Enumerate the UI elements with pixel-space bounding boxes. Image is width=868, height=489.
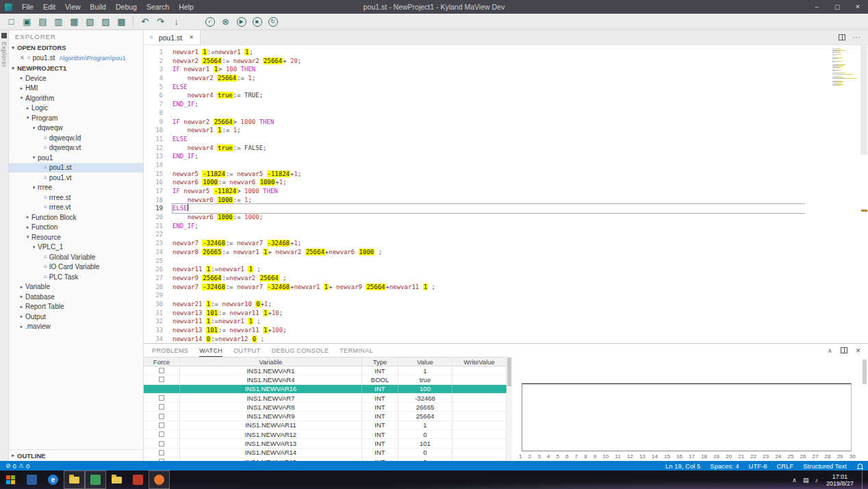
tree-item-output[interactable]: ▸Output xyxy=(9,312,143,322)
code-line-8[interactable]: 8 xyxy=(144,109,805,118)
chart-scrollbar-thumb[interactable] xyxy=(863,360,867,384)
status-ln-19-col-5[interactable]: Ln 19, Col 5 xyxy=(665,462,700,470)
tree-item-dqweqw-vt[interactable]: ≡dqweqw.vt xyxy=(9,143,143,153)
code-line-33[interactable]: 33newvar13 101:= newvar11 1+100; xyxy=(144,326,805,335)
force-checkbox[interactable] xyxy=(159,377,164,382)
show-desktop-button[interactable] xyxy=(862,471,865,489)
watch-row-ins1-newvar16[interactable]: INS1.NEWVAR16INT100 xyxy=(144,385,507,394)
code-line-20[interactable]: 20 newvar6 1000:= 1000; xyxy=(144,213,805,222)
writevalue-cell[interactable] xyxy=(452,366,507,375)
code-line-12[interactable]: 12 newvar4 true:= FALSE; xyxy=(144,144,805,153)
save-all-icon[interactable]: ▥ xyxy=(51,15,66,29)
tree-item-function-block[interactable]: ▸Function Block xyxy=(9,212,143,223)
tray-expand-icon[interactable]: ∧ xyxy=(792,477,797,484)
new-file-icon[interactable]: □ xyxy=(3,15,19,29)
code-line-25[interactable]: 25 xyxy=(144,257,805,266)
code-line-28[interactable]: 28newvar7 -32468:= newvar7 -32468+newvar… xyxy=(144,283,805,292)
tree-item-algorithm[interactable]: ▾Algorithm xyxy=(9,93,143,103)
tree-item-pou1-st[interactable]: ≡pou1.st xyxy=(9,163,143,173)
force-checkbox[interactable] xyxy=(159,441,164,447)
scrollbar-thumb[interactable] xyxy=(860,45,867,155)
column-header-variable[interactable]: Variable xyxy=(180,358,362,366)
code-line-17[interactable]: 17IF newvar5 -11824> 1000 THEN xyxy=(144,187,805,196)
code-line-10[interactable]: 10 newvar1 1:= 1; xyxy=(144,126,805,135)
code-line-22[interactable]: 22 xyxy=(144,230,805,239)
tree-item-rrree-vt[interactable]: ≡rrree.vt xyxy=(9,203,143,213)
close-tab-icon[interactable]: ✕ xyxy=(189,34,194,40)
tree-item-logic[interactable]: ▸Logic xyxy=(9,103,143,114)
force-checkbox[interactable] xyxy=(159,459,164,461)
code-line-4[interactable]: 4 newvar2 25664:= 1; xyxy=(144,74,805,83)
code-line-31[interactable]: 31newvar13 101:= newvar11 1+10; xyxy=(144,309,805,318)
menu-search[interactable]: Search xyxy=(142,0,174,14)
code-line-6[interactable]: 6 newvar4 true:= TRUE; xyxy=(144,91,805,100)
close-button[interactable]: ✕ xyxy=(847,0,868,14)
maximize-panel-icon[interactable] xyxy=(841,347,847,353)
code-line-21[interactable]: 21END_IF; xyxy=(144,222,805,231)
menu-debug[interactable]: Debug xyxy=(111,0,142,14)
print-icon[interactable]: ▦ xyxy=(66,15,82,29)
split-editor-icon[interactable] xyxy=(839,34,845,40)
app-ie-icon[interactable]: e xyxy=(42,471,64,489)
code-line-23[interactable]: 23newvar7 -32468:= newvar7 -32468+1; xyxy=(144,239,805,248)
column-header-type[interactable]: Type xyxy=(362,358,398,366)
watch-scrollbar[interactable] xyxy=(507,357,512,461)
panel-tab-watch[interactable]: WATCH xyxy=(199,344,222,357)
code-line-13[interactable]: 13END_IF; xyxy=(144,152,805,161)
close-icon[interactable]: ✕ xyxy=(20,55,25,61)
rebuild-icon[interactable]: ▨ xyxy=(98,15,114,29)
project-header[interactable]: ▾ NEWPROJECT1 xyxy=(9,63,143,73)
download-icon[interactable]: ↓ xyxy=(168,15,184,29)
app-folder-icon[interactable] xyxy=(106,471,127,489)
force-checkbox[interactable] xyxy=(159,395,164,401)
outline-header[interactable]: ▸ OUTLINE xyxy=(9,449,143,461)
tree-item-variable[interactable]: ▸Variable xyxy=(9,282,143,292)
panel-tab-debug-console[interactable]: DEBUG CONSOLE xyxy=(272,344,329,357)
tree-item-hmi[interactable]: ▸HMI xyxy=(9,84,143,94)
code-line-27[interactable]: 27newvar9 25664:=newvar2 25664 ; xyxy=(144,274,805,283)
undo-icon[interactable]: ↶ xyxy=(137,15,153,29)
menu-help[interactable]: Help xyxy=(174,0,199,14)
tray-display-icon[interactable]: ▤ xyxy=(803,477,809,484)
tree-item-vplc-1[interactable]: ▾VPLC_1 xyxy=(9,242,143,253)
tree-item-dqweqw-ld[interactable]: ≡dqweqw.ld xyxy=(9,133,143,143)
column-header-value[interactable]: Value xyxy=(398,358,452,366)
watch-row-ins1-newvar9[interactable]: INS1.NEWVAR9INT25664 xyxy=(144,412,507,421)
menu-build[interactable]: Build xyxy=(86,0,111,14)
tree-item-io-card-variable[interactable]: ≡IO Card Variable xyxy=(9,262,143,273)
code-line-9[interactable]: 9IF newvar2 25664> 1000 THEN xyxy=(144,118,805,127)
tree-item-report-table[interactable]: ▸Report Table xyxy=(9,302,143,312)
tree-item-maview[interactable]: ▸.maview xyxy=(9,322,143,332)
panel-tab-output[interactable]: OUTPUT xyxy=(233,344,260,357)
start-button[interactable] xyxy=(0,471,21,489)
writevalue-cell[interactable] xyxy=(452,394,507,402)
watch-row-ins1-newvar14[interactable]: INS1.NEWVAR14INT0 xyxy=(144,449,507,457)
code-editor[interactable]: 1newvar1 1:=newvar1 1;2newvar2 25664:= n… xyxy=(144,45,868,343)
taskbar-clock[interactable]: 17:01 2019/8/27 xyxy=(824,473,856,487)
status-crlf[interactable]: CRLF xyxy=(776,462,793,470)
panel-tab-terminal[interactable]: TERMINAL xyxy=(340,344,373,357)
writevalue-cell[interactable] xyxy=(452,412,507,420)
code-line-11[interactable]: 11ELSE xyxy=(144,135,805,144)
force-checkbox[interactable] xyxy=(159,368,164,373)
menu-edit[interactable]: Edit xyxy=(38,0,60,14)
force-checkbox[interactable] xyxy=(159,414,164,419)
code-line-15[interactable]: 15newvar5 -11824:= newvar5 -11824+1; xyxy=(144,170,805,179)
app-wps-icon[interactable] xyxy=(85,471,106,489)
watch-row-ins1-newvar15[interactable]: INS1.NEWVAR15INT0 xyxy=(144,457,507,461)
code-line-18[interactable]: 18 newvar6 1000:= 1; xyxy=(144,196,805,205)
redo-icon[interactable]: ↷ xyxy=(153,15,168,29)
tree-item-global-variable[interactable]: ≡Global Variable xyxy=(9,252,143,262)
collapse-panel-icon[interactable]: ∧ xyxy=(828,347,832,354)
tree-item-resource[interactable]: ▾Resource xyxy=(9,232,143,242)
code-line-32[interactable]: 32newvar11 1:=newvar1 1 ; xyxy=(144,317,805,326)
cancel-icon[interactable]: ⊗ xyxy=(218,15,233,29)
force-checkbox[interactable] xyxy=(159,423,164,428)
code-line-3[interactable]: 3IF newvar1 1> 100 THEN xyxy=(144,65,805,74)
status-structured-text[interactable]: Structured Text xyxy=(803,462,847,470)
writevalue-cell[interactable] xyxy=(452,385,507,393)
open-editors-header[interactable]: ▾ OPEN EDITORS xyxy=(9,42,143,53)
force-checkbox[interactable] xyxy=(159,404,164,410)
errors-indicator[interactable]: ⊘ 0 ⚠ 0 xyxy=(5,462,29,470)
tree-item-function[interactable]: ▸Function xyxy=(9,223,143,233)
